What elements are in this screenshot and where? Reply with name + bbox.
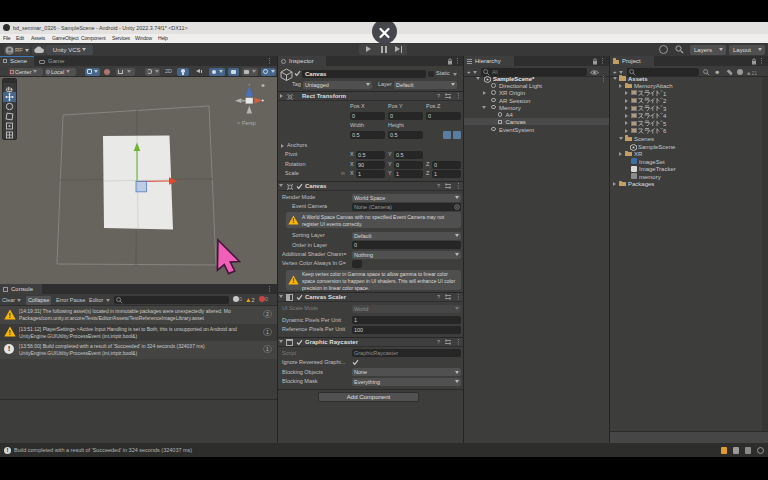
svg-text:!: ! [9,311,12,320]
svg-text:!: ! [292,217,294,224]
svg-text:!: ! [9,328,12,337]
svg-text:< Persp: < Persp [237,120,256,126]
svg-text:!: ! [292,277,294,284]
